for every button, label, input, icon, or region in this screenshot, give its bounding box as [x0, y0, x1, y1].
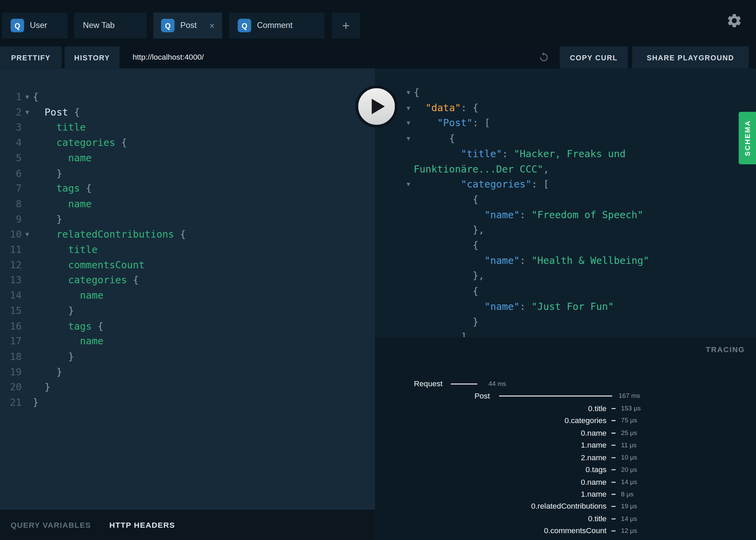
tab-post[interactable]: QPost×	[153, 13, 222, 39]
trace-row: 0.title14 μs	[375, 512, 756, 525]
fold-caret-icon[interactable]: ▾	[403, 85, 413, 101]
endpoint-url-input[interactable]	[124, 46, 555, 69]
code-token: relatedContributions	[33, 228, 174, 240]
fold-spacer	[22, 334, 33, 349]
code-token: ],	[414, 331, 473, 337]
settings-gear-icon[interactable]	[726, 13, 742, 29]
trace-time: 11 μs	[621, 439, 637, 451]
code-line: name	[33, 288, 375, 303]
copy-curl-button[interactable]: COPY CURL	[560, 46, 628, 69]
code-line: "name": "Health & Wellbeing"	[414, 253, 708, 269]
fold-caret-icon[interactable]: ▾	[403, 177, 413, 192]
fold-caret-icon[interactable]: ▾	[22, 90, 33, 105]
share-playground-button[interactable]: SHARE PLAYGROUND	[632, 46, 749, 69]
code-token: name	[33, 290, 103, 301]
code-token: :	[502, 148, 514, 160]
fold-caret-icon[interactable]: ▾	[22, 227, 33, 242]
tab-user[interactable]: QUser	[2, 13, 68, 39]
line-number: 18	[0, 349, 22, 365]
code-line: name	[33, 197, 375, 212]
fold-spacer	[403, 208, 413, 223]
trace-label: 0.tags	[585, 464, 607, 476]
fold-spacer	[22, 258, 33, 273]
tab-comment[interactable]: QComment	[229, 13, 324, 39]
code-token: {	[174, 228, 186, 240]
fold-spacer	[403, 330, 413, 337]
trace-row: 0.name14 μs	[375, 476, 756, 488]
query-line: 15 }	[0, 303, 375, 319]
query-editor-pane[interactable]: 1▾{2▾ Post {3 title4 categories {5 name6…	[0, 69, 375, 540]
code-line: },	[414, 223, 708, 238]
code-token: }	[33, 305, 74, 316]
tab-list: QUserNew TabQPost×QComment	[2, 13, 324, 39]
line-number: 11	[0, 242, 22, 258]
tab-label: New Tab	[83, 21, 115, 30]
code-token: Post	[45, 106, 68, 118]
fold-caret-icon[interactable]: ▾	[403, 101, 413, 116]
fold-caret-icon[interactable]: ▾	[22, 105, 33, 120]
query-line: 14 name	[0, 288, 375, 303]
code-token: : [	[472, 117, 490, 129]
code-line: name	[33, 151, 375, 166]
tab-new-tab[interactable]: New Tab	[74, 13, 147, 39]
response-line: "name": "Freedom of Speech"	[403, 208, 756, 223]
prettify-button[interactable]: PRETTIFY	[0, 46, 62, 69]
response-line: "name": "Health & Wellbeing"	[403, 253, 756, 269]
code-token: {	[68, 106, 80, 118]
response-line: ▾ "Post": [	[403, 116, 756, 131]
trace-time: 75 μs	[621, 415, 637, 427]
line-number: 4	[0, 135, 22, 151]
line-number: 21	[0, 395, 22, 410]
fold-spacer	[403, 146, 413, 177]
trace-bar	[611, 433, 616, 434]
query-editor-code[interactable]: 1▾{2▾ Post {3 title4 categories {5 name6…	[0, 90, 375, 410]
code-token: {	[127, 274, 139, 286]
line-number: 9	[0, 212, 22, 227]
code-token: {	[33, 91, 39, 103]
trace-bar	[611, 494, 616, 495]
history-button[interactable]: HISTORY	[64, 46, 119, 69]
trace-bar	[611, 469, 616, 470]
query-badge-icon: Q	[161, 19, 175, 32]
code-token	[414, 178, 461, 190]
fold-spacer	[22, 181, 33, 197]
code-line: {	[414, 238, 708, 253]
code-token	[414, 255, 484, 266]
trace-row: 0.categories	[375, 537, 756, 540]
response-line: "title": "Hacker, Freaks und Funktionäre…	[403, 146, 756, 177]
fold-spacer	[22, 380, 33, 395]
response-line: ▾ "data": {	[403, 101, 756, 116]
query-line: 21}	[0, 395, 375, 410]
line-number: 6	[0, 166, 22, 181]
code-token: {	[414, 285, 479, 297]
code-line: {	[33, 90, 375, 105]
code-line: {	[414, 131, 708, 147]
trace-bar	[611, 457, 616, 458]
fold-spacer	[22, 319, 33, 334]
fold-caret-icon[interactable]: ▾	[403, 131, 413, 147]
trace-row: 0.name25 μs	[375, 427, 756, 439]
reload-icon[interactable]	[538, 51, 550, 63]
trace-row: 0.categories75 μs	[375, 415, 756, 427]
query-variables-tab[interactable]: QUERY VARIABLES	[11, 521, 91, 529]
http-headers-tab[interactable]: HTTP HEADERS	[109, 521, 175, 529]
code-token: title	[33, 244, 98, 255]
tab-label: User	[30, 21, 47, 30]
trace-bar	[451, 384, 477, 385]
code-token: :	[520, 301, 532, 312]
fold-spacer	[22, 166, 33, 181]
execute-query-button[interactable]	[355, 85, 398, 127]
trace-time: 14 μs	[621, 476, 637, 488]
close-tab-icon[interactable]: ×	[209, 21, 215, 30]
response-pane: ▾{▾ "data": {▾ "Post": [▾ { "title": "Ha…	[375, 69, 756, 540]
fold-spacer	[22, 395, 33, 410]
fold-caret-icon[interactable]: ▾	[403, 116, 413, 131]
new-tab-button[interactable]: +	[332, 13, 360, 39]
schema-tab[interactable]: SCHEMA	[739, 112, 756, 164]
code-line: tags {	[33, 319, 375, 334]
trace-bar	[611, 408, 616, 409]
trace-time: 10 μs	[621, 451, 637, 464]
code-token: "name"	[484, 301, 520, 312]
trace-label: 0.relatedContributions	[531, 500, 607, 513]
code-line: "categories": [	[414, 177, 708, 192]
